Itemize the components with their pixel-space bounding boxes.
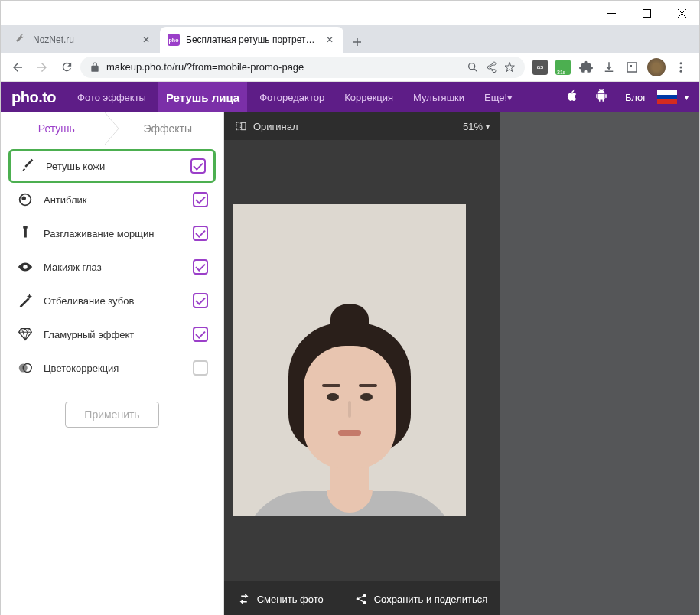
circle-icon bbox=[16, 190, 34, 209]
option-skin-retouch[interactable]: Ретушь кожи bbox=[8, 149, 216, 183]
zoom-control[interactable]: 51% ▾ bbox=[463, 121, 490, 132]
svg-point-11 bbox=[680, 66, 682, 68]
option-label: Разглаживание морщин bbox=[44, 228, 184, 239]
change-photo-button[interactable]: Сменить фото bbox=[237, 592, 324, 606]
checkbox-icon[interactable] bbox=[190, 158, 206, 174]
checkbox-icon[interactable] bbox=[193, 360, 208, 376]
svg-point-22 bbox=[363, 594, 366, 597]
wand-icon bbox=[16, 291, 34, 310]
android-icon[interactable] bbox=[594, 89, 610, 105]
right-panel bbox=[500, 112, 699, 615]
extension-icon[interactable]: 31s bbox=[555, 60, 571, 75]
nav-cartoons[interactable]: Мультяшки bbox=[405, 82, 472, 112]
window-titlebar bbox=[1, 1, 699, 25]
compare-icon bbox=[235, 120, 247, 132]
nav-photo-effects[interactable]: Фото эффекты bbox=[70, 82, 154, 112]
tab-effects[interactable]: Эффекты bbox=[112, 112, 224, 145]
extension-icon[interactable] bbox=[624, 60, 640, 75]
svg-rect-19 bbox=[236, 122, 240, 129]
sidebar: Ретушь Эффекты Ретушь кожи Антиблик bbox=[1, 112, 224, 615]
browser-menu-icon[interactable] bbox=[673, 60, 689, 75]
chevron-down-icon: ▾ bbox=[486, 122, 490, 131]
svg-rect-15 bbox=[24, 228, 27, 238]
new-tab-button[interactable] bbox=[347, 31, 368, 53]
option-label: Макияж глаз bbox=[44, 262, 184, 273]
browser-tab-photo[interactable]: pho Бесплатная ретушь портретных ✕ bbox=[160, 27, 343, 53]
svg-point-6 bbox=[469, 63, 475, 69]
extension-icon[interactable] bbox=[601, 60, 617, 75]
overlap-icon bbox=[16, 359, 34, 377]
nav-photo-editor[interactable]: Фоторедактор bbox=[252, 82, 332, 112]
site-logo[interactable]: pho.to bbox=[11, 89, 56, 106]
option-label: Ретушь кожи bbox=[46, 161, 181, 172]
svg-line-7 bbox=[474, 69, 477, 71]
svg-rect-16 bbox=[23, 226, 28, 229]
site-header: pho.to Фото эффекты Ретушь лица Фотореда… bbox=[1, 82, 699, 112]
diamond-icon bbox=[16, 325, 34, 343]
svg-point-12 bbox=[680, 70, 682, 72]
url-input[interactable]: makeup.pho.to/ru/?from=mobile-promo-page bbox=[80, 57, 525, 78]
original-toggle[interactable]: Оригинал bbox=[235, 120, 298, 132]
option-color-correction[interactable]: Цветокоррекция bbox=[8, 351, 216, 385]
swap-icon bbox=[237, 592, 251, 606]
option-anti-glare[interactable]: Антиблик bbox=[8, 183, 216, 216]
svg-point-14 bbox=[21, 196, 26, 200]
tab-retouch[interactable]: Ретушь bbox=[1, 112, 112, 145]
eye-icon bbox=[16, 258, 34, 276]
forward-button[interactable] bbox=[31, 57, 53, 78]
share-icon[interactable] bbox=[485, 61, 497, 73]
svg-rect-1 bbox=[643, 9, 650, 17]
back-button[interactable] bbox=[7, 57, 28, 78]
lock-icon bbox=[90, 62, 100, 73]
checkbox-icon[interactable] bbox=[193, 293, 208, 308]
minimize-button[interactable] bbox=[594, 1, 629, 25]
svg-line-24 bbox=[359, 596, 363, 598]
browser-tab-strip: NozNet.ru ✕ pho Бесплатная ретушь портре… bbox=[1, 25, 699, 53]
address-bar: makeup.pho.to/ru/?from=mobile-promo-page… bbox=[1, 53, 699, 82]
tab-title: Бесплатная ретушь портретных bbox=[186, 34, 317, 45]
maximize-button[interactable] bbox=[629, 1, 664, 25]
option-label: Гламурный эффект bbox=[44, 329, 184, 340]
canvas-area: Оригинал 51% ▾ bbox=[224, 112, 500, 615]
nav-correction[interactable]: Коррекция bbox=[337, 82, 401, 112]
nav-blog[interactable]: Блог bbox=[625, 92, 646, 103]
save-share-button[interactable]: Сохранить и поделиться bbox=[354, 592, 488, 606]
extension-icon[interactable]: as bbox=[532, 60, 548, 75]
photo-viewport[interactable] bbox=[224, 140, 500, 581]
share-icon bbox=[354, 592, 368, 606]
close-icon[interactable]: ✕ bbox=[324, 34, 336, 46]
option-label: Цветокоррекция bbox=[44, 363, 184, 374]
close-icon[interactable]: ✕ bbox=[140, 34, 152, 46]
extension-icons: as 31s bbox=[528, 58, 693, 76]
checkbox-icon[interactable] bbox=[193, 192, 208, 207]
browser-tab-noznet[interactable]: NozNet.ru ✕ bbox=[7, 27, 160, 53]
nav-face-retouch[interactable]: Ретушь лица bbox=[158, 82, 247, 112]
svg-point-21 bbox=[356, 597, 359, 600]
option-label: Отбеливание зубов bbox=[44, 295, 184, 307]
nav-more[interactable]: Еще! ▾ bbox=[477, 82, 520, 112]
url-text: makeup.pho.to/ru/?from=mobile-promo-page bbox=[106, 61, 461, 73]
svg-point-23 bbox=[363, 601, 366, 604]
brush-icon bbox=[18, 157, 37, 175]
apple-icon[interactable] bbox=[565, 89, 581, 105]
option-eye-makeup[interactable]: Макияж глаз bbox=[8, 250, 216, 284]
svg-rect-20 bbox=[242, 122, 246, 129]
extensions-menu-icon[interactable] bbox=[578, 60, 594, 75]
svg-line-25 bbox=[359, 600, 363, 602]
option-wrinkle-smooth[interactable]: Разглаживание морщин bbox=[8, 216, 216, 250]
chevron-down-icon[interactable]: ▾ bbox=[685, 93, 689, 102]
checkbox-icon[interactable] bbox=[193, 327, 208, 342]
close-window-button[interactable] bbox=[664, 1, 699, 25]
checkbox-icon[interactable] bbox=[193, 259, 208, 275]
search-icon[interactable] bbox=[467, 61, 479, 73]
bookmark-star-icon[interactable] bbox=[503, 61, 516, 73]
reload-button[interactable] bbox=[56, 57, 77, 78]
language-flag-ru[interactable] bbox=[657, 90, 677, 104]
site-favicon: pho bbox=[168, 34, 180, 46]
option-glamour[interactable]: Гламурный эффект bbox=[8, 317, 216, 351]
apply-button[interactable]: Применить bbox=[65, 402, 158, 428]
wrench-icon bbox=[15, 34, 27, 46]
profile-avatar[interactable] bbox=[647, 58, 666, 76]
checkbox-icon[interactable] bbox=[193, 226, 208, 241]
option-teeth-whiten[interactable]: Отбеливание зубов bbox=[8, 284, 216, 317]
